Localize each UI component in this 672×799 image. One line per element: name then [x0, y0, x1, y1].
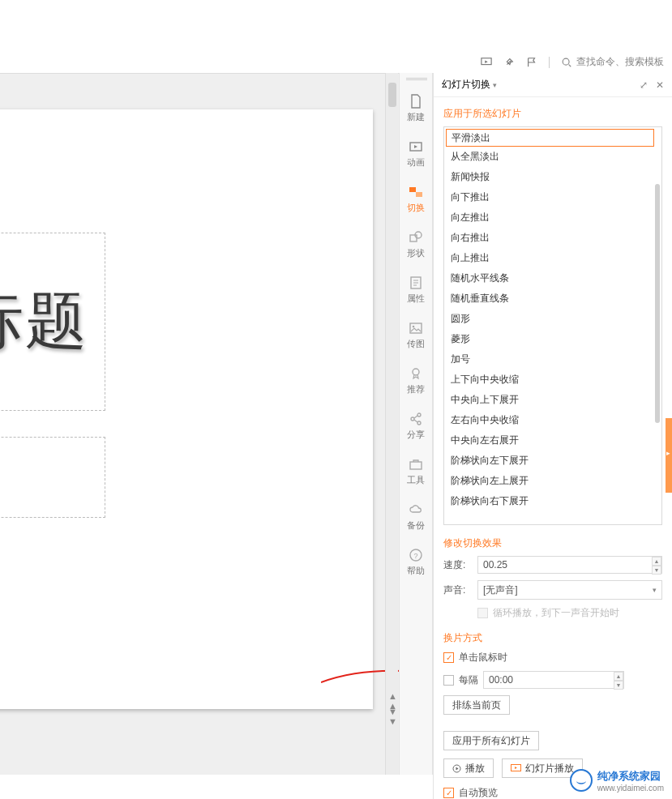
rehearse-button[interactable]: 排练当前页: [443, 695, 510, 715]
svg-point-13: [417, 421, 421, 425]
image-icon: [409, 321, 423, 335]
transition-item[interactable]: 阶梯状向右下展开: [444, 491, 661, 511]
help-icon: ?: [409, 548, 423, 562]
title-placeholder[interactable]: 标题: [0, 233, 105, 411]
side-toolbar: 新建 动画 切换 形状 属性 传图 推荐 分享 工具 备份 ? 帮助: [399, 73, 433, 775]
section-modify-title: 修改切换效果: [443, 536, 662, 550]
scrollbar-thumb[interactable]: [388, 83, 396, 107]
sidebar-item-trans[interactable]: 切换: [402, 185, 430, 214]
svg-rect-8: [410, 323, 422, 333]
transition-item[interactable]: 左右向中央收缩: [444, 410, 661, 430]
transition-item[interactable]: 向下推出: [444, 187, 661, 207]
drag-handle[interactable]: [406, 78, 427, 80]
watermark-url: www.yidaimei.com: [597, 784, 664, 793]
loop-checkbox: [477, 608, 488, 618]
transition-item[interactable]: 从全黑淡出: [444, 147, 661, 167]
listbox-scrollbar[interactable]: [653, 127, 661, 524]
transition-item[interactable]: 向上推出: [444, 248, 661, 268]
sidebar-item-share[interactable]: 分享: [402, 412, 430, 441]
subtitle-placeholder[interactable]: [0, 437, 105, 518]
file-icon: [409, 94, 423, 109]
transition-item[interactable]: 圆形: [444, 309, 661, 329]
advance-every-checkbox[interactable]: [443, 675, 454, 686]
transition-item[interactable]: 向右推出: [444, 228, 661, 248]
workspace-scrollbar[interactable]: ▲▲ ▼▼: [385, 73, 398, 775]
slideshow-icon: [511, 764, 521, 773]
present-icon[interactable]: [481, 57, 492, 68]
separator: [549, 57, 550, 68]
tools-icon[interactable]: [503, 57, 515, 68]
advance-every-spinner[interactable]: ▲▼: [614, 672, 623, 688]
sidebar-item-tool[interactable]: 工具: [402, 457, 430, 486]
sidebar-item-shape[interactable]: 形状: [402, 230, 430, 259]
close-icon[interactable]: ✕: [656, 79, 664, 91]
auto-preview-checkbox[interactable]: [443, 788, 454, 798]
svg-point-9: [413, 326, 415, 328]
svg-point-11: [411, 417, 414, 421]
panel-title: 幻灯片切换 ▾: [442, 78, 497, 92]
next-slide-icon[interactable]: ▼▼: [388, 707, 397, 726]
loop-label: 循环播放，到下一声音开始时: [493, 606, 619, 620]
flag-icon[interactable]: [526, 57, 537, 68]
transition-item[interactable]: 随机水平线条: [444, 268, 661, 288]
search-box[interactable]: 查找命令、搜索模板: [561, 55, 664, 69]
transition-item[interactable]: 阶梯状向左上展开: [444, 471, 661, 491]
share-icon: [409, 412, 423, 426]
search-icon: [561, 57, 572, 68]
transition-item[interactable]: 向左推出: [444, 207, 661, 228]
panel-edge-handle[interactable]: [666, 418, 672, 493]
svg-rect-4: [416, 192, 422, 197]
briefcase-icon: [409, 457, 423, 472]
play-icon: [452, 764, 461, 773]
sidebar-item-help[interactable]: ? 帮助: [402, 548, 430, 577]
cloud-icon: [409, 502, 423, 517]
transition-item[interactable]: 菱形: [444, 329, 661, 349]
prop-icon: [409, 276, 423, 290]
watermark: 纯净系统家园 www.yidaimei.com: [569, 768, 664, 793]
svg-point-10: [413, 369, 419, 375]
transition-icon: [409, 185, 423, 199]
sidebar-item-backup[interactable]: 备份: [402, 502, 430, 532]
medal-icon: [409, 366, 423, 381]
expand-icon[interactable]: ⤢: [640, 79, 648, 91]
sidebar-item-anim[interactable]: 动画: [402, 139, 430, 169]
auto-preview-label: 自动预览: [459, 786, 498, 799]
sidebar-item-img[interactable]: 传图: [402, 321, 430, 350]
top-bar: 查找命令、搜索模板: [0, 0, 672, 73]
advance-click-checkbox[interactable]: [443, 652, 454, 663]
transition-panel: 幻灯片切换 ▾ ⤢ ✕ 应用于所选幻灯片 平滑淡出 从全黑淡出新闻快报向下推出向…: [433, 73, 672, 799]
transition-item[interactable]: 加号: [444, 349, 661, 370]
sidebar-item-prop[interactable]: 属性: [402, 276, 430, 305]
svg-text:?: ?: [413, 552, 417, 560]
advance-every-label: 每隔: [459, 673, 478, 687]
play-button[interactable]: 播放: [443, 758, 494, 778]
slide-workspace: 标题: [0, 73, 399, 775]
listbox-thumb[interactable]: [655, 184, 660, 423]
transition-item[interactable]: 上下向中央收缩: [444, 370, 661, 390]
speed-input[interactable]: [477, 556, 662, 574]
transition-item[interactable]: 阶梯状向左下展开: [444, 451, 661, 471]
shape-icon: [409, 230, 423, 245]
transition-item[interactable]: 新闻快报: [444, 167, 661, 187]
svg-point-1: [563, 58, 569, 65]
svg-rect-3: [409, 187, 416, 192]
sidebar-item-rec[interactable]: 推荐: [402, 366, 430, 395]
transition-item[interactable]: 随机垂直线条: [444, 288, 661, 309]
transition-item-selected[interactable]: 平滑淡出: [446, 129, 654, 147]
slide-canvas[interactable]: 标题: [0, 109, 373, 709]
speed-spinner[interactable]: ▲▼: [652, 557, 661, 573]
advance-click-label: 单击鼠标时: [459, 651, 507, 664]
transition-item[interactable]: 中央向上下展开: [444, 390, 661, 410]
sound-select[interactable]: [无声音]▾: [477, 580, 662, 600]
svg-point-12: [417, 413, 421, 417]
search-placeholder: 查找命令、搜索模板: [576, 55, 664, 69]
svg-point-19: [571, 770, 592, 791]
transition-item[interactable]: 中央向左右展开: [444, 430, 661, 451]
sidebar-item-new[interactable]: 新建: [402, 94, 430, 123]
transition-listbox[interactable]: 平滑淡出 从全黑淡出新闻快报向下推出向左推出向右推出向上推出随机水平线条随机垂直…: [443, 126, 662, 525]
advance-every-input[interactable]: [483, 671, 624, 689]
section-advance-title: 换片方式: [443, 631, 662, 645]
panel-header: 幻灯片切换 ▾ ⤢ ✕: [434, 73, 672, 97]
apply-all-button[interactable]: 应用于所有幻灯片: [443, 731, 539, 750]
slide-title-text: 标题: [0, 280, 88, 364]
